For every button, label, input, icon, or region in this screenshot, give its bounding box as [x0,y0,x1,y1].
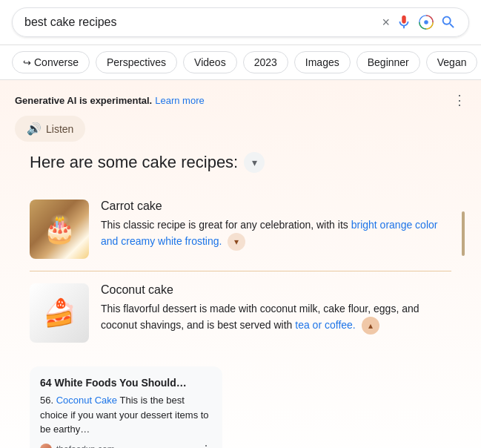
pill-year[interactable]: 2023 [243,51,288,73]
listen-label: Listen [46,123,73,135]
coconut-expand-button[interactable]: ▴ [362,317,379,335]
heading-text: Here are some cake recipes: [30,153,238,172]
article-preview: 56. Coconut Cake This is the best choice… [40,393,212,437]
pill-vegan-label: Vegan [437,56,467,68]
ai-learn-more-link[interactable]: Learn more [155,95,204,106]
ai-section: Generative AI is experimental. Learn mor… [0,80,481,448]
search-bar: best cake recipes × [12,7,469,37]
ai-experimental-label: Generative AI is experimental. [15,95,152,106]
article-card: 64 White Foods You Should… 56. Coconut C… [30,366,222,448]
carrot-expand-button[interactable]: ▾ [228,233,245,251]
carrot-cake-title: Carrot cake [101,200,451,213]
article-title: 64 White Foods You Should… [40,377,212,389]
clear-icon[interactable]: × [382,15,390,30]
coconut-cake-image [30,283,89,343]
scrollbar-thumb[interactable] [462,211,465,256]
pill-beginner-label: Beginner [368,56,409,68]
article-preview-highlight: Coconut Cake [56,395,117,406]
source-favicon [40,444,52,448]
source-domain: thefoodxp.com [56,444,115,448]
search-icon[interactable] [440,14,457,30]
article-preview-number: 56. [40,395,53,406]
pill-perspectives-label: Perspectives [107,56,166,68]
ai-header: Generative AI is experimental. Learn mor… [15,92,466,108]
filter-pills: ↪ Converse Perspectives Videos 2023 Imag… [0,45,481,80]
converse-arrow: ↪ [23,57,31,68]
pill-converse-label: Converse [34,56,79,68]
coconut-cake-description: This flavorful dessert is made with coco… [101,301,451,335]
search-input-text: best cake recipes [24,16,376,29]
main-content: Here are some cake recipes: ▾ Carrot cak… [15,152,466,448]
pill-year-label: 2023 [254,56,277,68]
pill-vegan[interactable]: Vegan [426,51,478,73]
svg-point-1 [424,20,428,24]
scrollbar-area[interactable] [460,152,466,448]
carrot-cake-image [30,200,89,259]
listen-button[interactable]: 🔊 Listen [15,116,85,142]
carrot-cake-description: This classic recipe is great for any cel… [101,217,451,251]
pill-converse[interactable]: ↪ Converse [12,51,90,73]
ai-header-left: Generative AI is experimental. Learn mor… [15,95,205,106]
article-source: thefoodxp.com ⋮ [40,443,212,449]
voice-icon[interactable] [396,14,412,30]
coconut-desc-highlight: tea or coffee. [295,319,355,331]
pill-images[interactable]: Images [294,51,351,73]
article-menu-dots[interactable]: ⋮ [200,443,212,449]
pill-videos[interactable]: Videos [183,51,237,73]
pill-beginner[interactable]: Beginner [356,51,420,73]
coconut-cake-title: Coconut cake [101,283,451,297]
carrot-desc-plain: This classic recipe is great for any cel… [101,219,348,231]
source-info: thefoodxp.com [40,444,115,448]
speaker-icon: 🔊 [27,122,42,136]
pill-perspectives[interactable]: Perspectives [96,51,177,73]
recipe-card-coconut: Coconut cake This flavorful dessert is m… [30,271,451,355]
search-bar-container: best cake recipes × [0,0,481,45]
lens-icon[interactable] [418,14,434,30]
carrot-cake-content: Carrot cake This classic recipe is great… [101,200,451,251]
pill-images-label: Images [305,56,339,68]
coconut-cake-content: Coconut cake This flavorful dessert is m… [101,283,451,335]
heading-chevron-button[interactable]: ▾ [244,152,265,173]
ai-menu-dots[interactable]: ⋮ [453,92,466,108]
recipes-heading: Here are some cake recipes: ▾ [30,152,451,173]
pill-videos-label: Videos [194,56,226,68]
recipe-card-carrot: Carrot cake This classic recipe is great… [30,188,451,271]
